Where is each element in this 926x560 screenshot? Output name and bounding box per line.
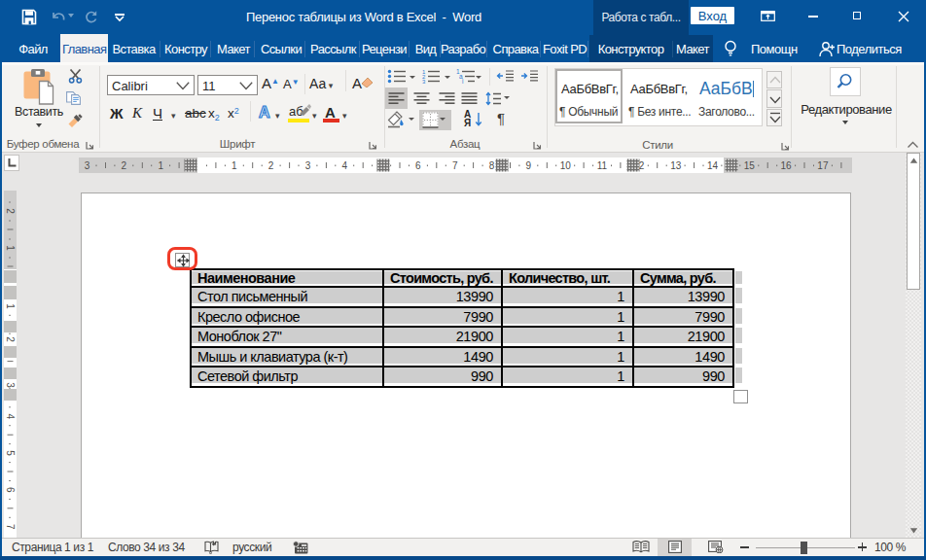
svg-text:17: 17 [817, 160, 829, 171]
svg-text:7: 7 [5, 524, 16, 530]
svg-text:10: 10 [560, 160, 572, 171]
svg-text:5: 5 [5, 450, 16, 456]
svg-text:9: 9 [526, 160, 532, 171]
svg-text:8: 8 [489, 160, 495, 171]
svg-text:7: 7 [452, 160, 458, 171]
svg-text:4: 4 [342, 160, 348, 171]
svg-text:1: 1 [5, 245, 16, 251]
svg-text:3: 3 [422, 79, 426, 85]
svg-text:15: 15 [744, 160, 756, 171]
svg-text:13: 13 [670, 160, 682, 171]
svg-text:3: 3 [5, 382, 16, 388]
svg-text:1: 1 [5, 303, 16, 309]
svg-text:6: 6 [415, 160, 421, 171]
svg-text:6: 6 [5, 487, 16, 493]
svg-text:3: 3 [305, 160, 311, 171]
svg-text:2: 2 [268, 160, 274, 171]
svg-text:1: 1 [232, 160, 237, 171]
svg-text:2: 2 [5, 208, 16, 214]
svg-text:4: 4 [5, 414, 16, 420]
svg-text:i: i [462, 78, 463, 85]
svg-text:3: 3 [85, 160, 90, 171]
svg-text:14: 14 [707, 160, 719, 171]
svg-text:16: 16 [781, 160, 793, 171]
svg-text:2: 2 [5, 336, 16, 342]
svg-text:1: 1 [158, 160, 163, 171]
svg-text:2: 2 [122, 160, 127, 171]
svg-text:11: 11 [597, 160, 608, 171]
